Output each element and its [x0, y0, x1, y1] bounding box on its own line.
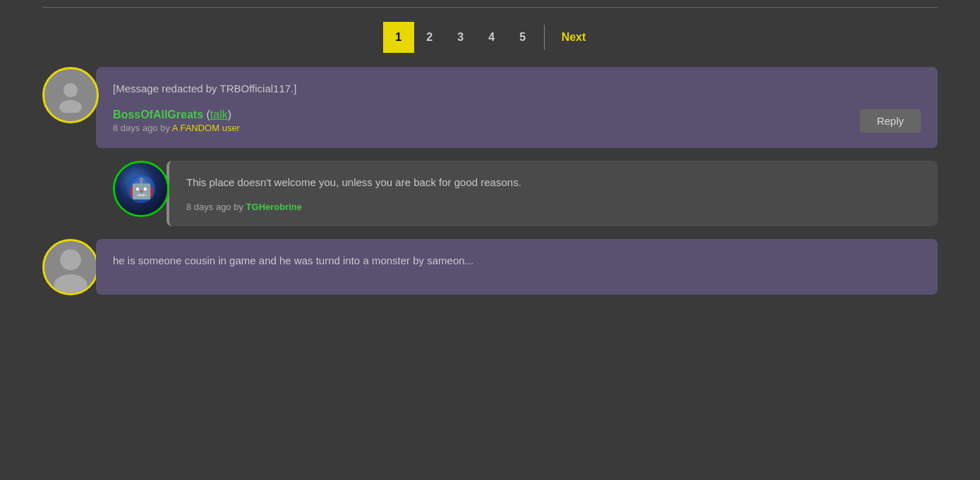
default-avatar-3-icon [44, 241, 97, 293]
comment-1-footer: BossOfAllGreats (talk) 8 days ago by A F… [113, 109, 921, 134]
comment-1-bubble: [Message redacted by TRBOfficial117.] Bo… [96, 67, 938, 148]
svg-point-3 [54, 274, 87, 293]
page-4-button[interactable]: 4 [476, 22, 507, 53]
avatar-1 [42, 67, 99, 123]
top-divider [42, 7, 938, 8]
avatar-2-wrap: 🤖 [113, 161, 169, 217]
tgherobrine-avatar-icon: 🤖 [129, 177, 154, 200]
comment-3-message: he is someone cousin in game and he was … [113, 253, 921, 269]
comment-2-author[interactable]: TGHerobrine [246, 202, 302, 212]
comment-1-meta: 8 days ago by A FANDOM user [113, 123, 240, 133]
avatar-2-image: 🤖 [115, 163, 167, 215]
comment-1: [Message redacted by TRBOfficial117.] Bo… [42, 67, 938, 148]
svg-point-2 [60, 250, 81, 271]
page-5-button[interactable]: 5 [507, 22, 538, 53]
avatar-2: 🤖 [113, 161, 169, 217]
comment-2-bubble: This place doesn't welcome you, unless y… [167, 161, 938, 227]
svg-point-1 [59, 100, 82, 113]
comment-1-talk[interactable]: talk [210, 109, 228, 121]
comment-1-paren-close: ) [228, 109, 231, 121]
comment-1-author[interactable]: A FANDOM user [172, 123, 240, 133]
pagination-divider [544, 25, 545, 50]
comments-area: [Message redacted by TRBOfficial117.] Bo… [0, 67, 980, 295]
comment-2-meta: 8 days ago by TGHerobrine [186, 202, 302, 212]
avatar-3-wrap [42, 239, 99, 295]
page-3-button[interactable]: 3 [445, 22, 476, 53]
comment-3-bubble: he is someone cousin in game and he was … [96, 239, 938, 295]
next-button[interactable]: Next [550, 22, 598, 53]
comment-1-attribution: BossOfAllGreats (talk) 8 days ago by A F… [113, 109, 240, 134]
comment-2-indent: 🤖 This place doesn't welcome you, unless… [113, 161, 938, 227]
default-avatar-icon [53, 78, 88, 113]
comment-1-username[interactable]: BossOfAllGreats [113, 109, 203, 121]
comment-1-message: [Message redacted by TRBOfficial117.] [113, 81, 921, 97]
reply-1-button[interactable]: Reply [860, 109, 921, 133]
page-2-button[interactable]: 2 [414, 22, 445, 53]
avatar-3 [42, 239, 99, 295]
comment-2-message: This place doesn't welcome you, unless y… [186, 175, 921, 191]
page-1-button[interactable]: 1 [383, 22, 414, 53]
comment-2-footer: 8 days ago by TGHerobrine [186, 202, 921, 212]
svg-point-0 [63, 83, 78, 97]
comment-2: 🤖 This place doesn't welcome you, unless… [113, 161, 938, 227]
pagination: 1 2 3 4 5 Next [0, 22, 980, 53]
comment-3: he is someone cousin in game and he was … [42, 239, 938, 295]
avatar-1-wrap [42, 67, 99, 123]
